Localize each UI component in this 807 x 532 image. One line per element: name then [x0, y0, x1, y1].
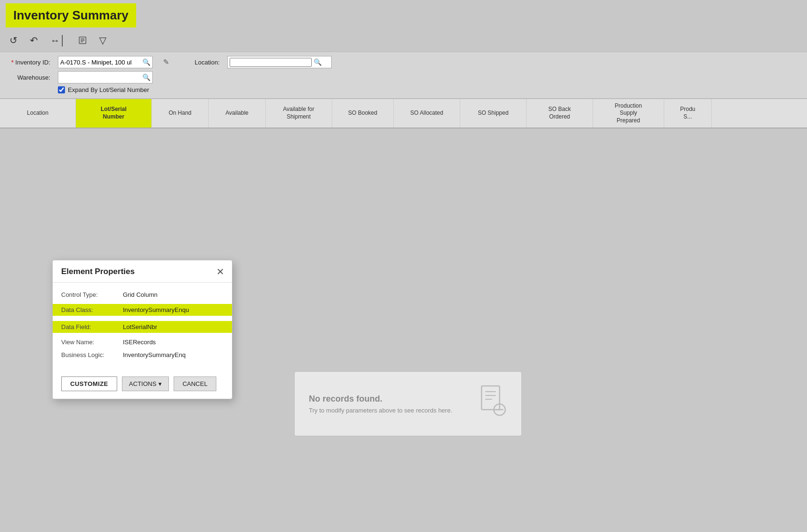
- col-header-available-shipment: Available forShipment: [266, 99, 332, 128]
- col-header-so-back-ordered: SO BackOrdered: [527, 99, 593, 128]
- col-label-so-allocated: SO Allocated: [410, 110, 443, 117]
- dialog-row-business-logic: Business Logic: InventorySummaryEnq: [61, 351, 223, 358]
- no-records-text: No records found. Try to modify paramete…: [309, 394, 467, 414]
- control-type-value: Grid Column: [123, 291, 158, 298]
- grid-header: Location Lot/SerialNumber On Hand Availa…: [0, 99, 807, 128]
- element-properties-dialog: Element Properties ✕ Control Type: Grid …: [52, 260, 232, 399]
- form-area: Inventory ID: 🔍 ✎ Location: 🔍 Warehouse:…: [0, 52, 807, 99]
- control-type-label: Control Type:: [61, 291, 123, 298]
- col-label-available: Available: [225, 110, 248, 117]
- col-label-available-shipment: Available forShipment: [283, 106, 315, 120]
- no-records-box: No records found. Try to modify paramete…: [294, 371, 522, 436]
- export-button[interactable]: [76, 35, 89, 46]
- col-header-location: Location: [0, 99, 76, 128]
- inventory-id-input-wrapper: 🔍: [58, 56, 153, 68]
- refresh-button[interactable]: ↺: [8, 34, 19, 47]
- no-records-title: No records found.: [309, 394, 467, 404]
- col-header-production-s: ProduS...: [664, 99, 712, 128]
- location-input-wrapper: 🔍: [227, 56, 332, 68]
- actions-dropdown-icon: ▾: [158, 380, 162, 387]
- col-label-production-s: ProduS...: [680, 106, 695, 120]
- dialog-row-view-name: View Name: ISERecords: [61, 339, 223, 346]
- col-header-so-shipped: SO Shipped: [460, 99, 527, 128]
- expand-checkbox[interactable]: [58, 86, 65, 93]
- dialog-footer: CUSTOMIZE ACTIONS ▾ CANCEL: [53, 372, 232, 399]
- col-label-so-shipped: SO Shipped: [478, 110, 509, 117]
- inventory-id-row: Inventory ID: 🔍 ✎ Location: 🔍: [8, 56, 799, 68]
- dialog-body: Control Type: Grid Column Data Class: In…: [53, 283, 232, 372]
- business-logic-value: InventorySummaryEnq: [123, 351, 186, 358]
- no-records-subtitle: Try to modify parameters above to see re…: [309, 407, 467, 414]
- col-label-production-supply: ProductionSupplyPrepared: [615, 102, 642, 125]
- col-label-on-hand: On Hand: [168, 110, 191, 117]
- inventory-id-label: Inventory ID:: [8, 59, 50, 66]
- col-header-lot-serial: Lot/SerialNumber: [76, 99, 152, 128]
- col-header-production-supply: ProductionSupplyPrepared: [593, 99, 664, 128]
- dialog-row-data-class: Data Class: InventorySummaryEnqu: [53, 304, 232, 316]
- business-logic-label: Business Logic:: [61, 351, 123, 358]
- view-name-label: View Name:: [61, 339, 123, 346]
- warehouse-label: Warehouse:: [8, 74, 50, 81]
- dialog-row-data-field: Data Field: LotSerialNbr: [53, 321, 232, 333]
- view-name-value: ISERecords: [123, 339, 156, 346]
- location-label: Location:: [177, 59, 220, 66]
- inventory-id-input[interactable]: [60, 59, 140, 66]
- expand-label[interactable]: Expand By Lot/Serial Number: [68, 86, 149, 93]
- col-header-so-booked: SO Booked: [332, 99, 394, 128]
- data-class-value: InventorySummaryEnqu: [123, 306, 189, 313]
- fit-columns-button[interactable]: ↔│: [48, 34, 68, 47]
- page-header: Inventory Summary: [0, 0, 807, 31]
- svg-rect-4: [482, 386, 500, 410]
- warehouse-row: Warehouse: 🔍: [8, 71, 799, 83]
- main-content: Location Lot/SerialNumber On Hand Availa…: [0, 99, 807, 128]
- col-label-so-back-ordered: SO BackOrdered: [548, 106, 571, 120]
- customize-button[interactable]: CUSTOMIZE: [61, 376, 117, 391]
- inventory-id-search-icon[interactable]: 🔍: [142, 58, 150, 66]
- data-class-label: Data Class:: [61, 306, 123, 313]
- undo-button[interactable]: ↶: [28, 34, 40, 47]
- location-search-icon[interactable]: 🔍: [314, 58, 322, 66]
- toolbar: ↺ ↶ ↔│ ▽: [0, 31, 807, 52]
- dialog-close-button[interactable]: ✕: [216, 267, 224, 276]
- warehouse-search-icon[interactable]: 🔍: [142, 73, 150, 81]
- inventory-id-edit-icon[interactable]: ✎: [163, 58, 169, 66]
- cancel-button[interactable]: CANCEL: [174, 376, 217, 391]
- actions-button[interactable]: ACTIONS ▾: [122, 376, 169, 391]
- col-label-lot-serial: Lot/SerialNumber: [101, 106, 127, 120]
- col-header-available: Available: [209, 99, 266, 128]
- page-title-bar: Inventory Summary: [6, 3, 136, 28]
- expand-checkbox-row: Expand By Lot/Serial Number: [58, 86, 799, 93]
- dialog-title: Element Properties: [61, 267, 135, 276]
- no-records-icon: [479, 385, 507, 422]
- dialog-header: Element Properties ✕: [53, 260, 232, 283]
- col-header-on-hand: On Hand: [152, 99, 209, 128]
- data-field-value: LotSerialNbr: [123, 323, 157, 330]
- data-field-label: Data Field:: [61, 323, 123, 330]
- warehouse-input-wrapper: 🔍: [58, 71, 153, 83]
- page-title: Inventory Summary: [13, 8, 129, 23]
- warehouse-input[interactable]: [60, 74, 140, 81]
- location-input[interactable]: [230, 58, 312, 67]
- col-label-location: Location: [27, 110, 48, 117]
- dialog-row-control-type: Control Type: Grid Column: [61, 291, 223, 298]
- col-label-so-booked: SO Booked: [348, 110, 377, 117]
- filter-button[interactable]: ▽: [97, 34, 108, 47]
- col-header-so-allocated: SO Allocated: [394, 99, 460, 128]
